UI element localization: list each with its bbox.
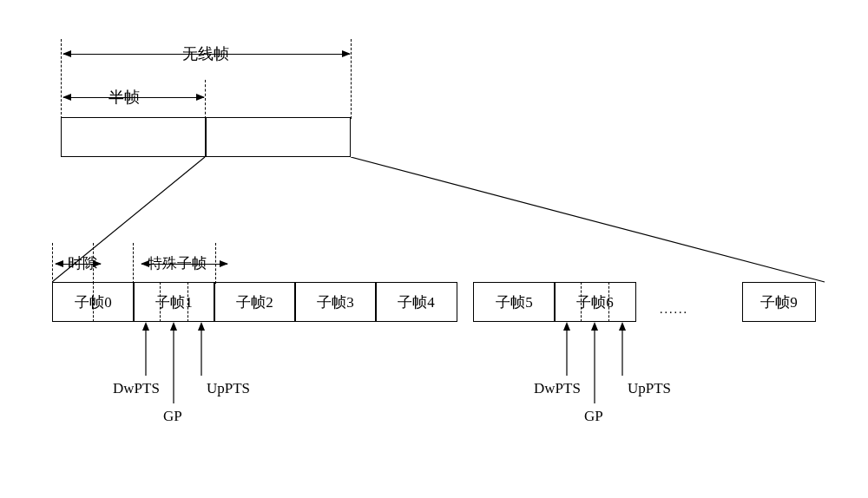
sf1-uppts-label: UpPTS — [207, 380, 250, 397]
slot-divider-sf0 — [93, 282, 94, 322]
sf6-dwpts-label: DwPTS — [534, 380, 581, 397]
svg-marker-7 — [198, 322, 205, 331]
subframe-5-label: 子帧5 — [496, 292, 533, 312]
dim-dash-left — [61, 39, 62, 119]
slot-dimension — [56, 264, 101, 265]
svg-marker-3 — [142, 322, 149, 331]
subframe-row: 子帧0 子帧1 子帧2 子帧3 子帧4 子帧5 子帧6 子帧9 ······ — [52, 282, 825, 322]
subframe-6: 子帧6 — [554, 282, 636, 322]
sf6-div1 — [581, 282, 582, 322]
sf6-uppts-label: UpPTS — [628, 380, 671, 397]
svg-line-1 — [351, 157, 825, 282]
half-frame-1 — [61, 117, 207, 157]
subframe-2: 子帧2 — [214, 282, 296, 322]
slot-dash-2 — [93, 243, 94, 284]
sf6-div2 — [608, 282, 609, 322]
svg-marker-11 — [591, 322, 598, 331]
subframe-4-label: 子帧4 — [398, 292, 435, 312]
radio-frame-dimension — [63, 54, 350, 55]
sf1-gp-label: GP — [163, 408, 182, 425]
special-dash-2 — [215, 243, 216, 284]
half-frame-dimension — [63, 97, 204, 98]
subframe-5: 子帧5 — [473, 282, 556, 322]
top-frame-box — [61, 117, 352, 157]
subframe-9-label: 子帧9 — [760, 292, 798, 312]
sf6-gp-label: GP — [584, 408, 603, 425]
sf1-div2 — [187, 282, 188, 322]
sf1-div1 — [160, 282, 161, 322]
svg-marker-13 — [619, 322, 626, 331]
svg-marker-5 — [170, 322, 177, 331]
ellipsis: ······ — [660, 306, 688, 320]
half-frame-2 — [205, 117, 351, 157]
sf1-dwpts-label: DwPTS — [113, 380, 160, 397]
dim-dash-mid — [205, 80, 206, 119]
subframe-4: 子帧4 — [375, 282, 457, 322]
subframe-2-label: 子帧2 — [236, 292, 273, 312]
subframe-3: 子帧3 — [294, 282, 377, 322]
special-dash-1 — [133, 243, 134, 284]
subframe-1: 子帧1 — [133, 282, 215, 322]
subframe-9: 子帧9 — [742, 282, 816, 322]
subframe-3-label: 子帧3 — [317, 292, 354, 312]
diagram-container: 无线帧 半帧 时隙 特殊子帧 — [61, 43, 825, 217]
top-frame-section: 无线帧 半帧 — [61, 43, 825, 217]
slot-dash-1 — [52, 243, 53, 284]
svg-marker-9 — [563, 322, 570, 331]
dim-dash-right — [351, 39, 352, 119]
